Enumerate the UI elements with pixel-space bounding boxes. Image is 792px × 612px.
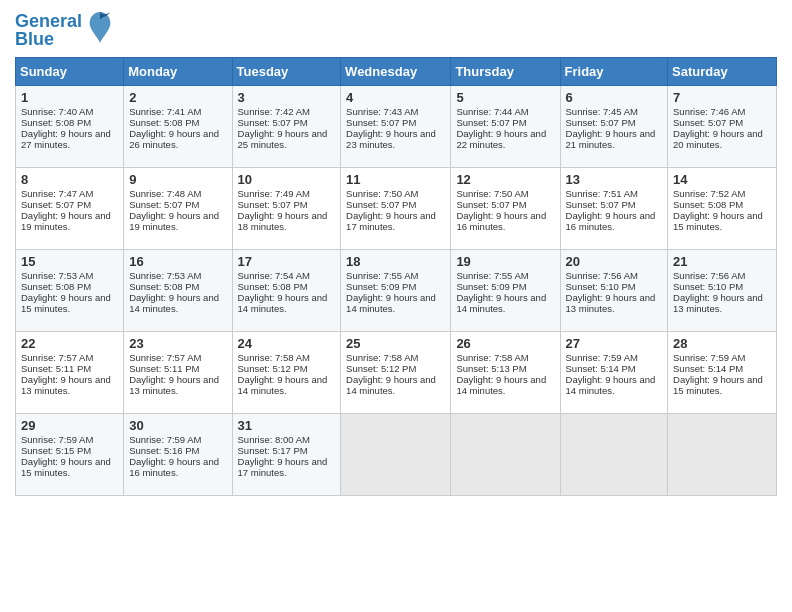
day-cell-9: 9 Sunrise: 7:48 AM Sunset: 5:07 PM Dayli… [124,168,232,250]
sunset-label: Sunset: 5:11 PM [129,363,199,374]
day-number: 13 [566,172,663,187]
day-number: 24 [238,336,336,351]
empty-cell [668,414,777,496]
sunset-label: Sunset: 5:08 PM [21,117,91,128]
sunrise-label: Sunrise: 7:40 AM [21,106,93,117]
sunrise-label: Sunrise: 7:41 AM [129,106,201,117]
daylight-label: Daylight: 9 hours and 14 minutes. [129,292,219,314]
day-number: 7 [673,90,771,105]
day-number: 3 [238,90,336,105]
sunrise-label: Sunrise: 7:44 AM [456,106,528,117]
sunset-label: Sunset: 5:12 PM [346,363,416,374]
day-number: 11 [346,172,445,187]
sunset-label: Sunset: 5:08 PM [673,199,743,210]
day-cell-27: 27 Sunrise: 7:59 AM Sunset: 5:14 PM Dayl… [560,332,668,414]
sunset-label: Sunset: 5:17 PM [238,445,308,456]
sunset-label: Sunset: 5:14 PM [673,363,743,374]
sunrise-label: Sunrise: 7:50 AM [346,188,418,199]
day-cell-10: 10 Sunrise: 7:49 AM Sunset: 5:07 PM Dayl… [232,168,341,250]
day-number: 21 [673,254,771,269]
daylight-label: Daylight: 9 hours and 22 minutes. [456,128,546,150]
daylight-label: Daylight: 9 hours and 16 minutes. [566,210,656,232]
daylight-label: Daylight: 9 hours and 14 minutes. [346,374,436,396]
sunrise-label: Sunrise: 7:48 AM [129,188,201,199]
day-cell-17: 17 Sunrise: 7:54 AM Sunset: 5:08 PM Dayl… [232,250,341,332]
day-cell-18: 18 Sunrise: 7:55 AM Sunset: 5:09 PM Dayl… [341,250,451,332]
daylight-label: Daylight: 9 hours and 14 minutes. [238,374,328,396]
day-cell-6: 6 Sunrise: 7:45 AM Sunset: 5:07 PM Dayli… [560,86,668,168]
logo: General Blue [15,10,114,49]
day-cell-24: 24 Sunrise: 7:58 AM Sunset: 5:12 PM Dayl… [232,332,341,414]
daylight-label: Daylight: 9 hours and 17 minutes. [238,456,328,478]
day-cell-28: 28 Sunrise: 7:59 AM Sunset: 5:14 PM Dayl… [668,332,777,414]
sunset-label: Sunset: 5:07 PM [238,199,308,210]
day-number: 28 [673,336,771,351]
sunset-label: Sunset: 5:13 PM [456,363,526,374]
day-cell-7: 7 Sunrise: 7:46 AM Sunset: 5:07 PM Dayli… [668,86,777,168]
week-row-5: 29 Sunrise: 7:59 AM Sunset: 5:15 PM Dayl… [16,414,777,496]
day-cell-15: 15 Sunrise: 7:53 AM Sunset: 5:08 PM Dayl… [16,250,124,332]
day-cell-3: 3 Sunrise: 7:42 AM Sunset: 5:07 PM Dayli… [232,86,341,168]
day-number: 8 [21,172,118,187]
sunset-label: Sunset: 5:08 PM [129,281,199,292]
logo-general: General [15,12,82,30]
sunrise-label: Sunrise: 7:47 AM [21,188,93,199]
day-number: 30 [129,418,226,433]
sunset-label: Sunset: 5:08 PM [238,281,308,292]
day-cell-12: 12 Sunrise: 7:50 AM Sunset: 5:07 PM Dayl… [451,168,560,250]
sunrise-label: Sunrise: 8:00 AM [238,434,310,445]
daylight-label: Daylight: 9 hours and 13 minutes. [129,374,219,396]
sunrise-label: Sunrise: 7:43 AM [346,106,418,117]
sunset-label: Sunset: 5:08 PM [129,117,199,128]
day-number: 15 [21,254,118,269]
daylight-label: Daylight: 9 hours and 14 minutes. [566,374,656,396]
sunset-label: Sunset: 5:15 PM [21,445,91,456]
day-number: 12 [456,172,554,187]
day-cell-26: 26 Sunrise: 7:58 AM Sunset: 5:13 PM Dayl… [451,332,560,414]
day-number: 10 [238,172,336,187]
sunset-label: Sunset: 5:12 PM [238,363,308,374]
day-number: 2 [129,90,226,105]
sunrise-label: Sunrise: 7:57 AM [129,352,201,363]
sunrise-label: Sunrise: 7:49 AM [238,188,310,199]
header: General Blue [15,10,777,49]
sunrise-label: Sunrise: 7:53 AM [21,270,93,281]
sunrise-label: Sunrise: 7:57 AM [21,352,93,363]
daylight-label: Daylight: 9 hours and 26 minutes. [129,128,219,150]
sunset-label: Sunset: 5:07 PM [21,199,91,210]
week-row-2: 8 Sunrise: 7:47 AM Sunset: 5:07 PM Dayli… [16,168,777,250]
sunset-label: Sunset: 5:11 PM [21,363,91,374]
sunrise-label: Sunrise: 7:54 AM [238,270,310,281]
day-cell-31: 31 Sunrise: 8:00 AM Sunset: 5:17 PM Dayl… [232,414,341,496]
day-header-saturday: Saturday [668,58,777,86]
daylight-label: Daylight: 9 hours and 15 minutes. [673,374,763,396]
sunrise-label: Sunrise: 7:52 AM [673,188,745,199]
day-cell-4: 4 Sunrise: 7:43 AM Sunset: 5:07 PM Dayli… [341,86,451,168]
day-cell-13: 13 Sunrise: 7:51 AM Sunset: 5:07 PM Dayl… [560,168,668,250]
sunrise-label: Sunrise: 7:53 AM [129,270,201,281]
day-number: 5 [456,90,554,105]
page-container: General Blue SundayMondayTuesdayWednesda… [0,0,792,506]
day-number: 14 [673,172,771,187]
day-cell-25: 25 Sunrise: 7:58 AM Sunset: 5:12 PM Dayl… [341,332,451,414]
empty-cell [451,414,560,496]
daylight-label: Daylight: 9 hours and 20 minutes. [673,128,763,150]
sunset-label: Sunset: 5:07 PM [566,199,636,210]
sunset-label: Sunset: 5:07 PM [346,117,416,128]
day-cell-1: 1 Sunrise: 7:40 AM Sunset: 5:08 PM Dayli… [16,86,124,168]
day-cell-23: 23 Sunrise: 7:57 AM Sunset: 5:11 PM Dayl… [124,332,232,414]
day-number: 31 [238,418,336,433]
day-cell-21: 21 Sunrise: 7:56 AM Sunset: 5:10 PM Dayl… [668,250,777,332]
day-number: 22 [21,336,118,351]
day-header-thursday: Thursday [451,58,560,86]
sunset-label: Sunset: 5:07 PM [129,199,199,210]
empty-cell [560,414,668,496]
sunrise-label: Sunrise: 7:46 AM [673,106,745,117]
sunrise-label: Sunrise: 7:51 AM [566,188,638,199]
sunset-label: Sunset: 5:07 PM [566,117,636,128]
daylight-label: Daylight: 9 hours and 13 minutes. [566,292,656,314]
week-row-3: 15 Sunrise: 7:53 AM Sunset: 5:08 PM Dayl… [16,250,777,332]
calendar-table: SundayMondayTuesdayWednesdayThursdayFrid… [15,57,777,496]
sunrise-label: Sunrise: 7:55 AM [346,270,418,281]
day-number: 17 [238,254,336,269]
